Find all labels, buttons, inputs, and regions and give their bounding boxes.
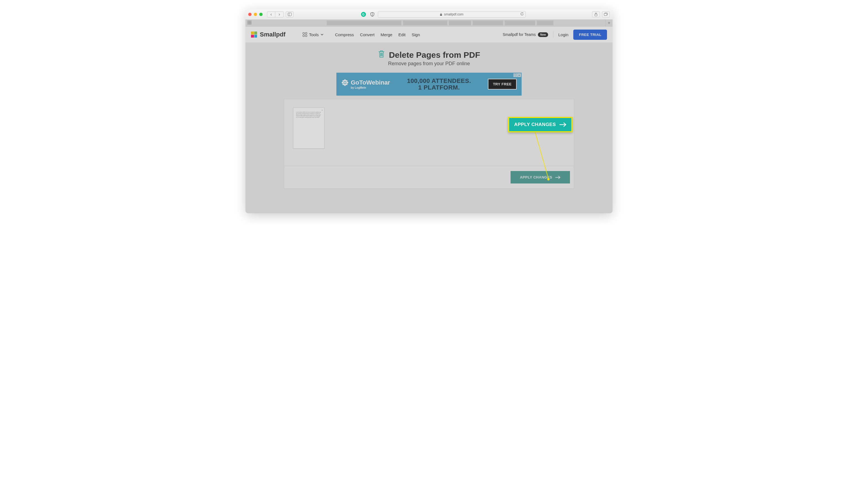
minimize-window-button[interactable] [254,13,257,16]
ad-close-icon[interactable]: ✕ [517,73,521,77]
ad-cta-button[interactable]: TRY FREE [488,79,517,90]
safari-window: ‹ › G smallpdf.com [245,10,613,213]
editor-toolbar: APPLY CHANGES [284,166,574,189]
svg-rect-5 [604,14,607,16]
primary-nav: Compress Convert Merge Edit Sign [335,32,420,37]
nav-merge[interactable]: Merge [381,32,393,37]
apply-label: APPLY CHANGES [520,175,552,179]
nav-sign[interactable]: Sign [412,32,420,37]
ad-controls: ⓘ ✕ [513,73,521,77]
tools-dropdown[interactable]: Tools [303,32,323,37]
ad-brand-byline: by LogMeIn [351,86,366,89]
nav-compress[interactable]: Compress [335,32,354,37]
background-tab[interactable] [537,20,553,26]
teams-label: Smallpdf for Teams [503,32,536,37]
callout-popup: APPLY CHANGES [508,117,572,132]
background-tab[interactable] [327,20,401,26]
page-title-text: Delete Pages from PDF [389,50,480,60]
logo-mark-icon [251,32,257,37]
url-text: smallpdf.com [444,13,463,16]
background-tab[interactable] [505,20,535,26]
page-number: 1 [322,110,322,111]
chevron-down-icon [321,34,323,35]
new-tab-button[interactable]: + [605,20,613,27]
background-tab[interactable] [473,20,503,26]
apply-chang+callout-button[interactable]: APPLY CHANGES [508,117,572,132]
login-link[interactable]: Login [558,32,569,37]
page-title: Delete Pages from PDF [245,50,613,60]
background-tab[interactable] [449,20,471,26]
free-trial-button[interactable]: FREE TRIAL [573,30,607,40]
teams-link[interactable]: Smallpdf for Teams New [503,32,548,37]
svg-point-7 [344,79,346,82]
grid-icon [303,32,307,37]
ad-info-icon[interactable]: ⓘ [513,73,517,77]
apply-changes-button[interactable]: APPLY CHANGES [510,171,570,183]
arrow-right-icon [555,176,560,179]
ad-brand: GoToWebinar by LogMeIn [341,79,390,89]
trash-icon [378,50,385,60]
window-controls [248,13,263,16]
ad-brand-name: GoToWebinar [351,79,390,86]
callout-label: APPLY CHANGES [514,122,556,127]
tab-grid-icon[interactable] [248,21,252,25]
background-tab[interactable] [403,20,447,26]
tools-label: Tools [309,32,319,37]
svg-point-12 [346,80,348,82]
brand-logo[interactable]: Smallpdf [251,31,286,38]
grammarly-extension-icon[interactable]: G [360,11,367,18]
ad-banner[interactable]: GoToWebinar by LogMeIn 100,000 ATTENDEES… [336,73,522,96]
svg-point-9 [341,82,344,83]
svg-point-13 [343,83,344,85]
svg-point-11 [343,80,344,82]
svg-point-8 [344,84,346,86]
lock-icon [440,13,442,16]
reload-icon[interactable] [520,12,524,17]
editor-workspace: 1 Lorem ipsum dolor sit amet consectetur… [284,99,574,189]
nav-back-forward: ‹ › [267,11,284,17]
new-badge: New [538,32,548,37]
tab-strip: + [245,20,613,27]
ad-line1: 100,000 ATTENDEES. [394,78,484,84]
address-bar[interactable]: smallpdf.com [378,11,526,18]
ad-line2: 1 PLATFORM. [394,84,484,91]
svg-point-10 [346,82,348,83]
nav-convert[interactable]: Convert [360,32,375,37]
page-subtitle: Remove pages from your PDF online [245,61,613,67]
close-window-button[interactable] [248,13,252,16]
back-button[interactable]: ‹ [267,11,275,17]
page-canvas[interactable]: 1 Lorem ipsum dolor sit amet consectetur… [284,99,574,166]
svg-rect-2 [440,14,442,16]
svg-rect-0 [288,13,292,16]
arrow-right-icon [559,122,566,127]
share-button[interactable] [592,11,600,17]
brand-name: Smallpdf [260,31,286,38]
page-thumbnail[interactable]: 1 Lorem ipsum dolor sit amet consectetur… [293,108,324,149]
flower-icon [341,79,349,86]
site-header: Smallpdf Tools Compress Convert Merge Ed… [245,27,613,43]
thumbnail-text-preview: Lorem ipsum dolor sit amet consectetur a… [296,112,321,118]
svg-point-6 [344,82,346,83]
privacy-shield-icon[interactable] [369,11,376,18]
forward-button[interactable]: › [275,11,284,17]
svg-point-14 [346,83,348,85]
tabs-overview-button[interactable] [602,11,610,17]
browser-titlebar: ‹ › G smallpdf.com [245,10,613,20]
maximize-window-button[interactable] [259,13,263,16]
nav-edit[interactable]: Edit [398,32,406,37]
sidebar-toggle-button[interactable] [286,11,293,17]
ad-headline: 100,000 ATTENDEES. 1 PLATFORM. [394,78,484,91]
